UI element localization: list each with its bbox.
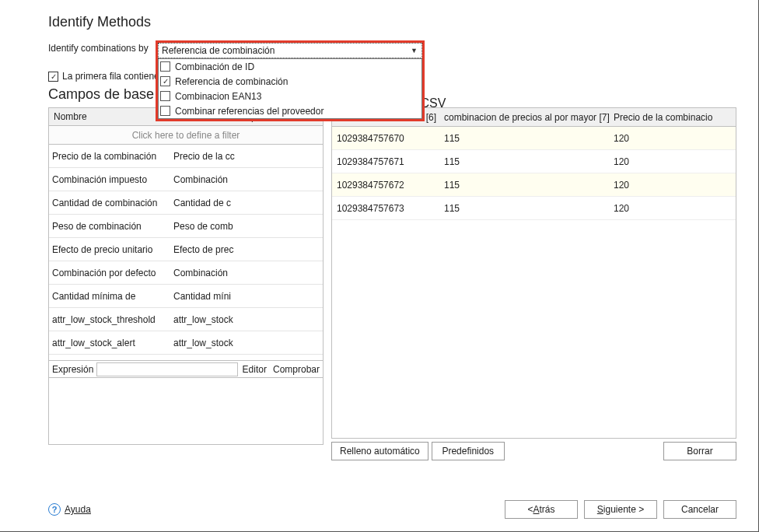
help-label: Ayuda [65, 504, 91, 515]
identify-dropdown-highlight: Referencia de combinación ▼ Combinación … [156, 40, 425, 121]
clear-button[interactable]: Borrar [663, 442, 736, 460]
table-row[interactable]: attr_low_stock_alertattr_low_stock [49, 331, 323, 355]
checkbox-icon [160, 61, 170, 72]
expression-input[interactable] [96, 362, 237, 376]
expression-editor-button[interactable]: Editor [240, 364, 270, 375]
dropdown-option[interactable]: Combinación de ID [159, 59, 421, 74]
identify-dropdown[interactable]: Referencia de combinación ▼ [158, 43, 422, 58]
data-grid: Combinacion EAN13 [6] combinacion de pre… [331, 107, 736, 439]
col-header[interactable]: Precio de la combinacio [610, 112, 736, 123]
expression-label: Expresión [49, 364, 96, 375]
fields-grid: Nombre Columna ✎ ✎ Expression Click here… [48, 107, 324, 460]
table-row[interactable]: 1029384757670115120 [332, 127, 736, 150]
table-row[interactable]: Combinación impuestoCombinación [49, 168, 323, 191]
data-buttons: Relleno automático Predefinidos Borrar [331, 442, 736, 460]
filter-row[interactable]: Click here to define a filter [48, 126, 324, 145]
next-button[interactable]: Siguiente > [584, 500, 657, 519]
col-header-name[interactable]: Nombre [49, 111, 172, 122]
back-button[interactable]: < Atrás [505, 500, 578, 519]
dialog-panel: Identify Methods Identify combinations b… [0, 0, 759, 532]
table-row[interactable]: 1029384757673115120 [332, 197, 736, 220]
identify-dropdown-value: Referencia de combinación [162, 45, 275, 56]
checkbox-icon [160, 106, 170, 116]
predefined-button[interactable]: Predefinidos [432, 442, 505, 460]
table-row[interactable]: attr_low_stock_thresholdattr_low_stock [49, 308, 323, 331]
first-row-checkbox[interactable]: ✓ [48, 72, 58, 82]
dropdown-option[interactable]: Combinar referencias del proveedor [159, 103, 421, 118]
checkbox-checked-icon: ✓ [160, 76, 170, 86]
identify-dropdown-list: Combinación de ID ✓ Referencia de combin… [158, 58, 422, 119]
panels: Nombre Columna ✎ ✎ Expression Click here… [48, 107, 736, 460]
table-row[interactable]: Cantidad de combinaciónCantidad de c [49, 191, 323, 215]
autofill-button[interactable]: Relleno automático [331, 442, 428, 460]
dropdown-option-label: Combinación de ID [175, 61, 254, 72]
table-row[interactable]: 1029384757671115120 [332, 150, 736, 173]
help-icon: ? [48, 503, 61, 516]
table-row[interactable]: 1029384757672115120 [332, 173, 736, 197]
fields-grid-body[interactable]: Precio de la combinaciónPrecio de la cc … [48, 145, 324, 361]
table-row[interactable]: Precio de la combinaciónPrecio de la cc [49, 145, 323, 168]
table-row[interactable]: Combinación por defectoCombinación [49, 261, 323, 285]
expression-check-button[interactable]: Comprobar [270, 364, 323, 375]
table-row[interactable]: Efecto de precio unitarioEfecto de prec [49, 238, 323, 261]
help-link[interactable]: ? Ayuda [48, 503, 91, 516]
table-row[interactable]: Fecha disponible delFecha disponi [49, 355, 323, 361]
chevron-down-icon: ▼ [411, 47, 420, 54]
table-row[interactable]: Peso de combinaciónPeso de comb [49, 215, 323, 238]
dropdown-option[interactable]: ✓ Referencia de combinación [159, 74, 421, 89]
dropdown-option-label: Referencia de combinación [175, 76, 288, 87]
expression-textarea[interactable] [48, 378, 324, 445]
data-preview: Combinacion EAN13 [6] combinacion de pre… [331, 107, 736, 460]
checkbox-icon [160, 91, 170, 101]
identify-label: Identify combinations by [48, 43, 149, 54]
dropdown-option-label: Combinar referencias del proveedor [175, 106, 324, 117]
dialog-footer: ? Ayuda < Atrás Siguiente > Cancelar [48, 500, 736, 519]
dropdown-option[interactable]: Combinacion EAN13 [159, 89, 421, 103]
expression-row: Expresión Editor Comprobar [48, 361, 324, 378]
col-header[interactable]: combinacion de precios al por mayor [7] [441, 112, 610, 123]
page-title: Identify Methods [48, 14, 736, 30]
cancel-button[interactable]: Cancelar [663, 500, 736, 519]
first-row-checkbox-label: La primera fila contiene [62, 71, 159, 82]
dropdown-option-label: Combinacion EAN13 [175, 91, 261, 102]
table-row[interactable]: Cantidad mínima deCantidad míni [49, 285, 323, 308]
